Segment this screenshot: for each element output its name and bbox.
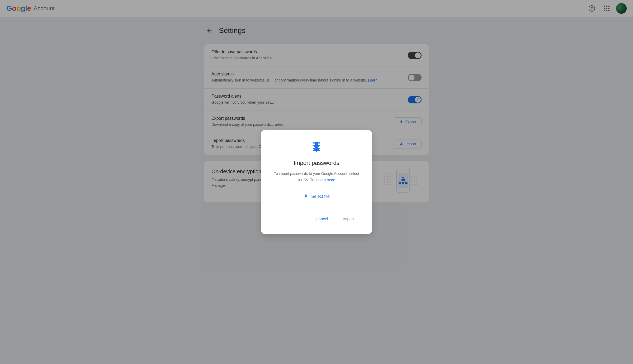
modal-desc: To import passwords to your Google Accou… bbox=[274, 171, 359, 183]
modal-title: Import passwords bbox=[294, 160, 339, 166]
modal-cancel-button[interactable]: Cancel bbox=[310, 214, 333, 224]
modal-learn-more-link[interactable]: Learn more bbox=[316, 178, 335, 182]
modal-download-icon bbox=[310, 140, 323, 155]
modal-overlay[interactable]: Import passwords To import passwords to … bbox=[0, 0, 633, 364]
modal-actions: Cancel Import bbox=[274, 214, 359, 224]
download-icon bbox=[310, 140, 323, 153]
import-passwords-modal: Import passwords To import passwords to … bbox=[261, 130, 372, 234]
select-file-button[interactable]: Select file bbox=[299, 192, 334, 201]
modal-import-button[interactable]: Import bbox=[337, 214, 359, 224]
select-file-download-icon bbox=[303, 194, 309, 199]
select-file-label: Select file bbox=[311, 194, 329, 199]
